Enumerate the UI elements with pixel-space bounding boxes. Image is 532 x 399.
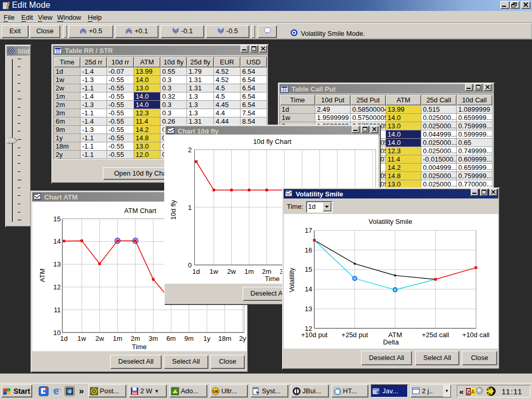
svg-text:9m: 9m <box>184 335 194 342</box>
svg-text:ATM: ATM <box>38 269 46 282</box>
svg-text:Volatility: Volatility <box>288 268 296 292</box>
svg-text:+10d call: +10d call <box>462 331 490 339</box>
svg-text:Time: Time <box>265 275 280 283</box>
svg-text:2w: 2w <box>227 268 236 275</box>
svg-text:2m: 2m <box>131 335 140 342</box>
svg-text:1d: 1d <box>192 268 200 275</box>
svg-text:1w: 1w <box>209 268 218 275</box>
svg-text:0: 0 <box>188 261 192 269</box>
svg-text:1w: 1w <box>77 335 86 342</box>
svg-text:10d fly Chart: 10d fly Chart <box>253 138 291 145</box>
svg-text:16: 16 <box>305 246 312 254</box>
svg-text:1y: 1y <box>203 335 210 342</box>
svg-text:Time: Time <box>132 343 147 351</box>
svg-text:Z: Z <box>467 389 470 394</box>
svg-text:2y: 2y <box>239 335 246 342</box>
svg-text:14: 14 <box>305 285 312 293</box>
svg-text:13: 13 <box>54 260 61 268</box>
svg-text:12: 12 <box>54 283 61 291</box>
svg-text:1m: 1m <box>244 268 254 275</box>
svg-text:ATM: ATM <box>388 331 402 339</box>
svg-text:3m: 3m <box>149 335 158 342</box>
svg-text:2w: 2w <box>95 335 104 342</box>
svg-text:2m: 2m <box>262 268 271 275</box>
svg-text:UE: UE <box>212 389 219 394</box>
svg-text:17: 17 <box>305 227 312 234</box>
svg-text:Volatility Smile: Volatility Smile <box>369 218 413 225</box>
svg-text:15: 15 <box>54 215 61 223</box>
svg-text:A: A <box>471 389 475 394</box>
svg-text:+25d put: +25d put <box>341 331 368 339</box>
svg-text:Delta: Delta <box>383 338 399 346</box>
svg-text:1: 1 <box>188 204 192 211</box>
svg-text:1m: 1m <box>113 335 122 342</box>
svg-text:15: 15 <box>305 265 312 273</box>
svg-text:6m: 6m <box>166 335 176 342</box>
svg-text:18m: 18m <box>218 335 231 342</box>
svg-text:10d fly: 10d fly <box>169 200 177 220</box>
svg-text:2: 2 <box>188 146 192 154</box>
svg-text:ATM Chart: ATM Chart <box>124 207 156 215</box>
svg-text:e: e <box>54 385 59 396</box>
svg-text:13: 13 <box>305 305 312 313</box>
svg-text:+10d put: +10d put <box>301 331 328 339</box>
svg-text:1d: 1d <box>60 335 68 342</box>
svg-text:+25d call: +25d call <box>422 331 449 339</box>
svg-text:11: 11 <box>54 306 61 314</box>
svg-text:14: 14 <box>54 237 61 245</box>
